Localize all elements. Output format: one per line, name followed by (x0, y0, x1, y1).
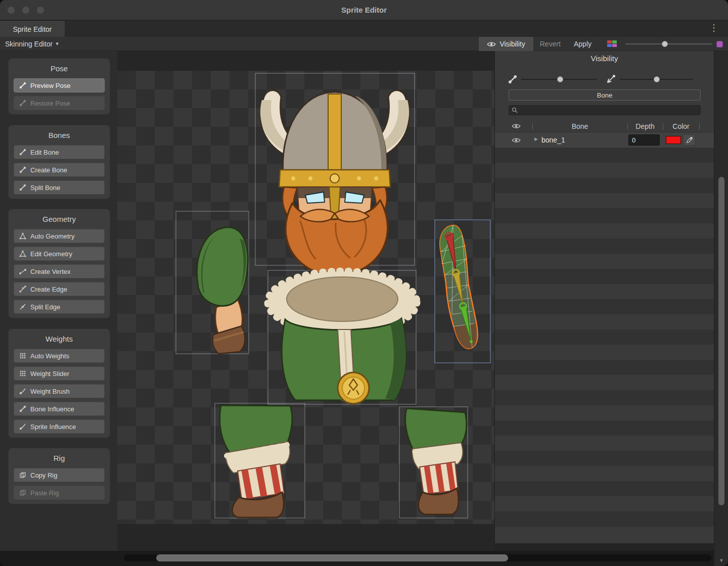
chevron-down-icon: ▾ (56, 40, 59, 47)
left-leg-sprite[interactable] (219, 405, 292, 517)
bone-influence-label: Bone Influence (30, 405, 74, 413)
bone-list-header: Bone Depth Color (495, 120, 714, 132)
geometry-panel-title: Geometry (14, 213, 105, 225)
bone-opacity-slider-handle[interactable] (557, 76, 563, 82)
create-vertex-button[interactable]: Create Vertex (14, 264, 105, 278)
restore-pose-label: Restore Pose (30, 100, 70, 107)
visibility-panel-title: Visibility (495, 51, 714, 66)
eye-column-header-icon[interactable] (512, 120, 521, 132)
horizontal-scrollbar-thumb[interactable] (156, 554, 508, 561)
weight-slider-label: Weight Slider (30, 370, 69, 378)
torso-sprite[interactable] (267, 271, 417, 404)
sprite-canvas[interactable] (117, 51, 494, 551)
color-column-header[interactable]: Color (663, 120, 699, 132)
visibility-button-label: Visibility (499, 40, 525, 48)
copy-rig-button[interactable]: Copy Rig (14, 468, 105, 482)
weight-slider-button[interactable]: Weight Slider (14, 366, 105, 381)
mesh-opacity-slider-handle[interactable] (654, 76, 660, 82)
sprite-editor-window: Sprite Editor Sprite Editor ⋮ Skinning E… (0, 0, 728, 566)
kebab-menu-icon[interactable]: ⋮ (709, 22, 719, 33)
horizontal-scrollbar[interactable] (124, 554, 711, 561)
scroll-down-arrow-icon[interactable]: ▼ (714, 558, 728, 563)
bone-icon (19, 166, 26, 173)
bone-influence-button[interactable]: Bone Influence (14, 402, 105, 416)
tab-bar: Sprite Editor ⋮ (0, 20, 728, 37)
bone-search-input[interactable] (509, 105, 701, 115)
depth-input[interactable] (628, 134, 660, 146)
eye-icon (487, 41, 496, 47)
split-bone-label: Split Bone (30, 184, 60, 192)
skinning-editor-dropdown[interactable]: Skinning Editor ▾ (0, 37, 64, 51)
apply-button[interactable]: Apply (567, 37, 598, 51)
dots-grid-icon (19, 352, 26, 359)
preview-pose-button[interactable]: Preview Pose (14, 78, 105, 92)
brush-icon (19, 388, 26, 395)
revert-button[interactable]: Revert (533, 37, 567, 51)
mitten-arm-sprite[interactable] (197, 227, 248, 354)
restore-pose-button[interactable]: Restore Pose (14, 96, 105, 110)
edit-geometry-label: Edit Geometry (30, 250, 72, 258)
zoom-slider-track[interactable] (625, 43, 712, 44)
create-bone-button[interactable]: Create Bone (14, 163, 105, 177)
visibility-toggle-button[interactable]: Visibility (479, 37, 533, 51)
auto-weights-label: Auto Weights (30, 352, 69, 360)
sprite-influence-button[interactable]: Sprite Influence (14, 419, 105, 434)
geometry-panel: Geometry Auto Geometry Edit Geometry Cre… (8, 209, 110, 318)
disclosure-triangle-icon[interactable]: ▶ (534, 136, 538, 142)
create-edge-button[interactable]: Create Edge (14, 282, 105, 296)
visibility-sliders (495, 72, 714, 86)
tool-sidebar: Pose Preview Pose Restore Pose Bones Edi… (0, 51, 117, 551)
pose-panel-title: Pose (14, 63, 105, 75)
rig-panel-title: Rig (14, 452, 105, 464)
bone-name-label: bone_1 (541, 132, 565, 148)
visibility-panel: Visibility Bone Bone (494, 51, 714, 543)
edit-bone-label: Edit Bone (30, 149, 59, 156)
toolbar: Skinning Editor ▾ Visibility Revert Appl… (0, 37, 728, 51)
edit-bone-button[interactable]: Edit Bone (14, 145, 105, 159)
toolbar-right-controls: Visibility Revert Apply (479, 37, 726, 51)
bones-panel-title: Bones (14, 129, 105, 142)
bone-color-swatch[interactable] (666, 136, 681, 144)
bone-tab[interactable]: Bone (509, 89, 701, 101)
split-edge-label: Split Edge (30, 303, 60, 311)
auto-geometry-button[interactable]: Auto Geometry (14, 229, 105, 243)
window-title: Sprite Editor (0, 0, 728, 20)
paste-rig-button[interactable]: Paste Rig (14, 486, 105, 500)
column-divider (699, 123, 700, 130)
right-leg-sprite[interactable] (405, 408, 467, 514)
preview-pose-label: Preview Pose (30, 82, 70, 89)
vertical-scrollbar-thumb[interactable] (718, 177, 724, 505)
sprite-preview-icon (716, 41, 723, 48)
depth-column-header[interactable]: Depth (627, 120, 663, 132)
weight-brush-button[interactable]: Weight Brush (14, 384, 105, 398)
viking-sprite-artwork (117, 71, 494, 524)
edit-geometry-button[interactable]: Edit Geometry (14, 247, 105, 261)
dots-grid-icon (19, 370, 26, 377)
head-sprite[interactable] (260, 90, 409, 275)
rigged-arm-sprite[interactable] (440, 225, 477, 349)
copy-rig-label: Copy Rig (30, 471, 57, 479)
bone-search (509, 105, 701, 115)
vertical-scrollbar[interactable]: ▼ (714, 51, 728, 566)
tab-sprite-editor[interactable]: Sprite Editor (0, 21, 65, 37)
zoom-slider-handle[interactable] (662, 41, 668, 47)
auto-weights-button[interactable]: Auto Weights (14, 349, 105, 363)
zoom-slider[interactable] (625, 37, 712, 51)
skinning-editor-label: Skinning Editor (5, 40, 53, 48)
bone-column-header[interactable]: Bone (532, 120, 627, 132)
copy-icon (19, 471, 26, 479)
rgba-channels-icon[interactable] (607, 40, 617, 48)
vertex-icon (19, 268, 26, 275)
weight-brush-label: Weight Brush (30, 388, 70, 395)
mesh-opacity-icon (606, 75, 615, 84)
split-edge-button[interactable]: Split Edge (14, 300, 105, 314)
create-vertex-label: Create Vertex (30, 268, 71, 275)
bone-list-empty-rows (495, 148, 714, 529)
bones-panel: Bones Edit Bone Create Bone Split Bone (8, 125, 110, 199)
split-bone-button[interactable]: Split Bone (14, 180, 105, 195)
eyedropper-button[interactable] (683, 134, 695, 146)
bone-visibility-eye-icon[interactable] (512, 132, 521, 148)
transparency-checkerboard (117, 71, 494, 524)
mesh-icon (19, 250, 26, 257)
bone-list-row[interactable]: ▶ bone_1 (495, 132, 714, 148)
